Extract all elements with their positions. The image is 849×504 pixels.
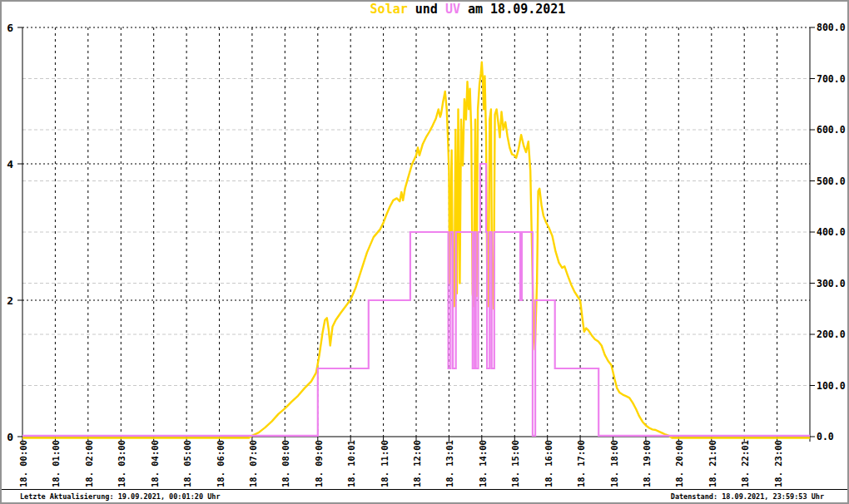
y-right-tick-label: 0.0 <box>817 431 834 442</box>
x-tick-label: 18. 16:00 <box>544 440 554 487</box>
x-tick-label: 18. 06:00 <box>216 440 226 487</box>
y-right-tick-label: 600.0 <box>817 124 846 136</box>
x-tick-label: 18. 05:00 <box>182 440 192 487</box>
y-left-tick-label: 6 <box>7 22 13 34</box>
x-tick-label: 18. 07:00 <box>248 440 258 487</box>
y-right-tick-label: 200.0 <box>817 329 846 340</box>
y-left-tick-label: 4 <box>7 158 13 170</box>
chart-canvas: 02460.0100.0200.0300.0400.0500.0600.0700… <box>0 0 849 489</box>
x-tick-label: 18. 18:00 <box>609 440 619 487</box>
y-right-tick-label: 500.0 <box>817 175 846 187</box>
x-tick-label: 18. 20:00 <box>674 440 684 487</box>
y-left-tick-label: 2 <box>7 294 13 307</box>
x-tick-label: 18. 19:00 <box>642 440 652 487</box>
x-tick-label: 18. 02:00 <box>84 440 94 487</box>
footer-divider <box>2 489 847 490</box>
y-right-tick-label: 700.0 <box>817 73 846 85</box>
x-tick-label: 18. 11:00 <box>380 440 390 487</box>
x-tick-label: 18. 22:01 <box>740 440 750 487</box>
data-timestamp-text: Datenstand: 18.09.2021, 23:59:53 Uhr <box>671 492 824 501</box>
x-tick-label: 18. 08:00 <box>281 440 290 487</box>
y-right-tick-label: 400.0 <box>817 226 846 238</box>
x-tick-label: 18. 15:00 <box>510 440 520 487</box>
x-tick-label: 18. 03:00 <box>117 440 127 487</box>
x-tick-label: 18. 13:01 <box>444 440 454 487</box>
y-right-tick-label: 800.0 <box>817 22 846 33</box>
weather-chart-panel: Solar und UV am 18.09.2021 02460.0100.02… <box>0 0 849 504</box>
x-tick-label: 18. 09:00 <box>314 440 324 487</box>
x-tick-label: 18. 21:00 <box>708 440 717 487</box>
x-tick-label: 18. 12:00 <box>412 440 422 487</box>
x-tick-label: 18. 14:00 <box>478 440 488 487</box>
x-tick-label: 18. 04:00 <box>150 440 160 487</box>
x-tick-label: 18. 23:00 <box>773 440 783 487</box>
y-right-tick-label: 100.0 <box>817 380 846 392</box>
x-tick-label: 18. 10:01 <box>346 440 356 487</box>
x-tick-label: 18. 00:00 <box>18 440 28 487</box>
y-right-tick-label: 300.0 <box>817 278 846 289</box>
y-left-tick-label: 0 <box>7 431 13 443</box>
last-update-text: Letzte Aktualisierung: 19.09.2021, 00:01… <box>20 492 221 501</box>
x-tick-label: 18. 01:00 <box>51 440 61 487</box>
x-tick-label: 18. 17:00 <box>576 440 586 487</box>
